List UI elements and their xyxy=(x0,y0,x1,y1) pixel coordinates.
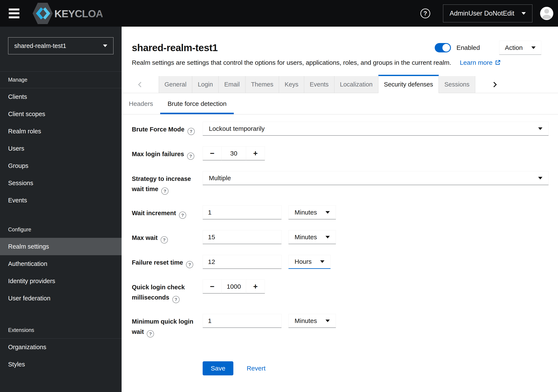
minus-button[interactable]: − xyxy=(203,280,221,293)
sidebar-item-realm-settings[interactable]: Realm settings xyxy=(0,238,122,255)
wait-increment-unit-select[interactable]: Minutes xyxy=(288,205,336,219)
learn-more-label: Learn more xyxy=(460,59,492,66)
help-icon[interactable]: ? xyxy=(172,296,180,303)
question-glyph: ? xyxy=(423,10,427,17)
sidebar-item-identity-providers[interactable]: Identity providers xyxy=(0,273,122,290)
action-dropdown[interactable]: Action xyxy=(499,41,541,55)
tabs-filler xyxy=(514,76,558,93)
tabs-scroll-left-button[interactable] xyxy=(122,76,159,93)
chevron-down-icon xyxy=(325,236,330,238)
help-icon[interactable]: ? xyxy=(179,212,186,219)
realm-selector-label: shared-realm-test1 xyxy=(14,42,66,50)
max-wait-input[interactable] xyxy=(203,230,282,244)
tab-general[interactable]: General xyxy=(159,76,192,93)
tabs-scroll-right-button[interactable] xyxy=(475,76,514,93)
max-login-failures-input[interactable] xyxy=(221,146,246,160)
help-icon[interactable]: ? xyxy=(161,236,168,243)
field-label-text: Failure reset time xyxy=(132,259,183,266)
tab-events[interactable]: Events xyxy=(304,76,334,93)
sidebar-item-groups[interactable]: Groups xyxy=(0,157,122,175)
field-control: Hours xyxy=(203,255,549,269)
sidebar-item-events[interactable]: Events xyxy=(0,192,122,209)
min-quick-login-wait-input[interactable] xyxy=(203,314,282,328)
revert-link[interactable]: Revert xyxy=(247,365,265,372)
field-label: Quick login check milliseconds? xyxy=(132,280,203,303)
field-control: Minutes xyxy=(203,205,549,219)
user-menu-dropdown[interactable]: AdminUser DoNotEdit xyxy=(443,4,532,22)
help-icon[interactable]: ? xyxy=(187,152,194,160)
help-icon[interactable]: ? xyxy=(186,261,193,268)
sidebar-item-user-federation[interactable]: User federation xyxy=(0,290,122,307)
sidebar-section-extensions: Extensions Organizations Styles xyxy=(0,322,122,373)
tab-security-defenses[interactable]: Security defenses xyxy=(378,75,439,93)
max-wait-unit-select[interactable]: Minutes xyxy=(288,230,336,244)
form-row-strategy: Strategy to increase wait time? Multiple xyxy=(132,171,549,195)
subtab-brute-force-detection[interactable]: Brute force detection xyxy=(160,93,234,114)
chevron-left-icon xyxy=(137,81,144,88)
sidebar-item-clients[interactable]: Clients xyxy=(0,88,122,105)
chevron-down-icon xyxy=(538,177,542,179)
tab-localization[interactable]: Localization xyxy=(334,76,378,93)
field-control: − + xyxy=(203,280,549,293)
enabled-toggle-group: Enabled xyxy=(435,43,480,52)
realm-settings-tabs: General Login Email Themes Keys Events L… xyxy=(122,76,558,93)
help-icon[interactable]: ? xyxy=(187,128,195,135)
help-icon[interactable]: ? xyxy=(147,330,154,337)
help-icon[interactable]: ? xyxy=(420,8,430,18)
tab-login[interactable]: Login xyxy=(192,76,219,93)
help-icon[interactable]: ? xyxy=(161,187,168,195)
tab-email[interactable]: Email xyxy=(219,76,245,93)
hamburger-menu-icon[interactable] xyxy=(9,8,19,18)
form-actions: Save Revert xyxy=(203,361,549,375)
subtab-headers[interactable]: Headers xyxy=(122,93,160,114)
field-label-text: Brute Force Mode xyxy=(132,126,184,133)
tab-sessions[interactable]: Sessions xyxy=(439,76,475,93)
field-label: Failure reset time? xyxy=(132,255,203,268)
sidebar-section-manage: Manage Clients Client scopes Realm roles… xyxy=(0,71,122,209)
failure-reset-time-input[interactable] xyxy=(203,255,282,269)
brute-force-mode-select[interactable]: Lockout temporarily xyxy=(203,122,549,136)
field-label: Minimum quick login wait? xyxy=(132,314,203,337)
field-label: Max wait? xyxy=(132,230,203,243)
sidebar-section-title: Configure xyxy=(0,221,122,238)
sidebar-item-sessions[interactable]: Sessions xyxy=(0,175,122,192)
masthead: KEYCLOAK ? AdminUser DoNotEdit xyxy=(0,0,558,27)
strategy-value: Multiple xyxy=(209,175,231,182)
user-menu-label: AdminUser DoNotEdit xyxy=(450,9,514,17)
tab-themes[interactable]: Themes xyxy=(245,76,279,93)
tab-keys[interactable]: Keys xyxy=(279,76,304,93)
strategy-select[interactable]: Multiple xyxy=(203,171,549,185)
sidebar-section-title: Extensions xyxy=(0,322,122,338)
save-button[interactable]: Save xyxy=(203,361,233,375)
chevron-down-icon xyxy=(103,44,107,47)
wait-increment-input[interactable] xyxy=(203,205,282,219)
unit-value: Minutes xyxy=(295,209,317,216)
toggle-knob xyxy=(442,44,450,51)
field-label: Max login failures? xyxy=(132,146,203,160)
hamburger-bar xyxy=(9,8,19,10)
plus-button[interactable]: + xyxy=(246,280,265,293)
sidebar-item-client-scopes[interactable]: Client scopes xyxy=(0,105,122,123)
field-label-text: Max login failures xyxy=(132,151,184,158)
chevron-down-icon xyxy=(320,260,324,263)
learn-more-link[interactable]: Learn more xyxy=(460,59,500,66)
sidebar-item-organizations[interactable]: Organizations xyxy=(0,339,122,356)
unit-value: Minutes xyxy=(295,234,317,241)
sidebar-item-authentication[interactable]: Authentication xyxy=(0,255,122,273)
sidebar-item-styles[interactable]: Styles xyxy=(0,356,122,373)
enabled-toggle[interactable] xyxy=(435,43,451,52)
security-defenses-subtabs: Headers Brute force detection xyxy=(122,93,558,114)
chevron-down-icon xyxy=(538,127,542,130)
avatar[interactable] xyxy=(540,7,553,20)
sidebar-item-users[interactable]: Users xyxy=(0,140,122,157)
plus-button[interactable]: + xyxy=(246,146,265,160)
min-quick-login-wait-unit-select[interactable]: Minutes xyxy=(288,314,336,328)
quick-login-check-input[interactable] xyxy=(221,280,246,293)
realm-selector-dropdown[interactable]: shared-realm-test1 xyxy=(8,37,113,54)
sidebar-item-realm-roles[interactable]: Realm roles xyxy=(0,123,122,140)
minus-button[interactable]: − xyxy=(203,146,221,160)
form-row-min-quick-login-wait: Minimum quick login wait? Minutes xyxy=(132,314,549,337)
failure-reset-time-unit-select[interactable]: Hours xyxy=(288,255,331,269)
field-control: Lockout temporarily xyxy=(203,122,549,136)
field-control: Minutes xyxy=(203,314,549,328)
